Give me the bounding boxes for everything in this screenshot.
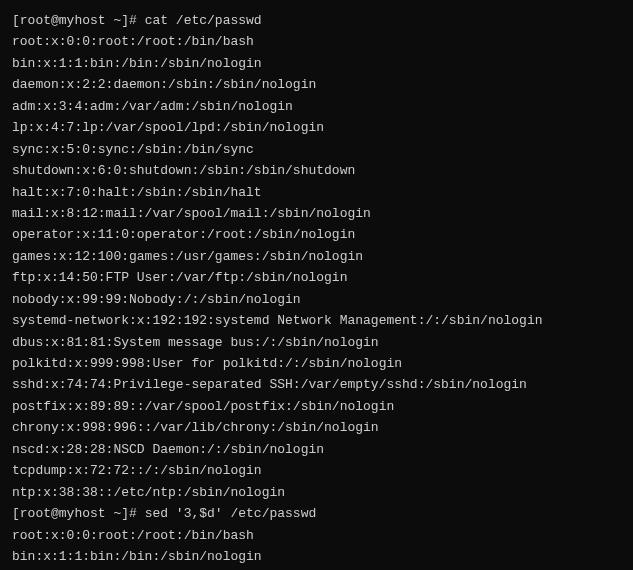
output-line: tcpdump:x:72:72::/:/sbin/nologin xyxy=(12,460,621,481)
command-line-2: [root@myhost ~]# sed '3,$d' /etc/passwd xyxy=(12,503,621,524)
output-line: operator:x:11:0:operator:/root:/sbin/nol… xyxy=(12,224,621,245)
output-line: daemon:x:2:2:daemon:/sbin:/sbin/nologin xyxy=(12,74,621,95)
output-line: sshd:x:74:74:Privilege-separated SSH:/va… xyxy=(12,374,621,395)
output-line: halt:x:7:0:halt:/sbin:/sbin/halt xyxy=(12,182,621,203)
output-block-2: root:x:0:0:root:/root:/bin/bashbin:x:1:1… xyxy=(12,525,621,568)
output-line: mail:x:8:12:mail:/var/spool/mail:/sbin/n… xyxy=(12,203,621,224)
output-line: systemd-network:x:192:192:systemd Networ… xyxy=(12,310,621,331)
output-line: nobody:x:99:99:Nobody:/:/sbin/nologin xyxy=(12,289,621,310)
output-line: dbus:x:81:81:System message bus:/:/sbin/… xyxy=(12,332,621,353)
output-line: shutdown:x:6:0:shutdown:/sbin:/sbin/shut… xyxy=(12,160,621,181)
output-block-1: root:x:0:0:root:/root:/bin/bashbin:x:1:1… xyxy=(12,31,621,503)
output-line: nscd:x:28:28:NSCD Daemon:/:/sbin/nologin xyxy=(12,439,621,460)
output-line: polkitd:x:999:998:User for polkitd:/:/sb… xyxy=(12,353,621,374)
shell-prompt: [root@myhost ~]# xyxy=(12,13,145,28)
command-text: cat /etc/passwd xyxy=(145,13,262,28)
output-line: bin:x:1:1:bin:/bin:/sbin/nologin xyxy=(12,546,621,567)
output-line: games:x:12:100:games:/usr/games:/sbin/no… xyxy=(12,246,621,267)
output-line: bin:x:1:1:bin:/bin:/sbin/nologin xyxy=(12,53,621,74)
output-line: lp:x:4:7:lp:/var/spool/lpd:/sbin/nologin xyxy=(12,117,621,138)
output-line: ftp:x:14:50:FTP User:/var/ftp:/sbin/nolo… xyxy=(12,267,621,288)
output-line: sync:x:5:0:sync:/sbin:/bin/sync xyxy=(12,139,621,160)
command-text: sed '3,$d' /etc/passwd xyxy=(145,506,317,521)
terminal-container[interactable]: [root@myhost ~]# cat /etc/passwd root:x:… xyxy=(12,10,621,570)
output-line: root:x:0:0:root:/root:/bin/bash xyxy=(12,31,621,52)
command-line-1: [root@myhost ~]# cat /etc/passwd xyxy=(12,10,621,31)
output-line: ntp:x:38:38::/etc/ntp:/sbin/nologin xyxy=(12,482,621,503)
output-line: postfix:x:89:89::/var/spool/postfix:/sbi… xyxy=(12,396,621,417)
output-line: chrony:x:998:996::/var/lib/chrony:/sbin/… xyxy=(12,417,621,438)
output-line: adm:x:3:4:adm:/var/adm:/sbin/nologin xyxy=(12,96,621,117)
shell-prompt: [root@myhost ~]# xyxy=(12,506,145,521)
output-line: root:x:0:0:root:/root:/bin/bash xyxy=(12,525,621,546)
